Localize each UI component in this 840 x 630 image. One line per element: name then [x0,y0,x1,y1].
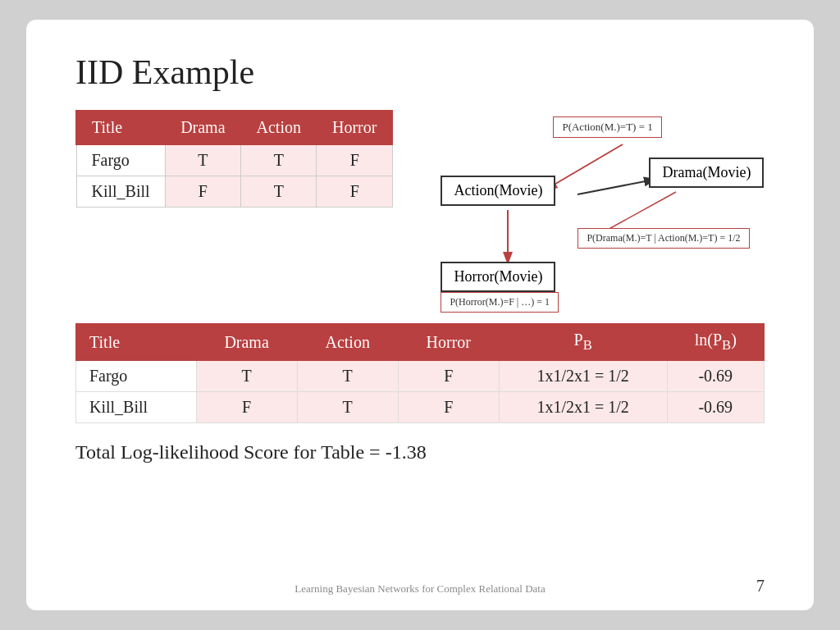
table1-cell-action-1: T [241,144,317,176]
top-content-row: Title Drama Action Horror Fargo T T F Ki… [75,110,765,307]
table1-row-killbill: Kill_Bill F T F [76,176,392,208]
table2-header-pb: PB [499,324,667,361]
node-drama: Drama(Movie) [649,158,764,188]
slide-title: IID Example [75,52,765,92]
table1-cell-drama-1: T [165,144,240,176]
table2-cell-lnpb-2: -0.69 [667,392,764,423]
table1-row-fargo: Fargo T T F [76,144,392,176]
table2-cell-pb-1: 1x1/2x1 = 1/2 [499,361,667,392]
table2-header-horror: Horror [398,324,499,361]
page-number: 7 [756,577,765,596]
table1-cell-title-2: Kill_Bill [76,176,165,208]
prob-label-drama-given-action: P(Drama(M.)=T | Action(M.)=T) = 1/2 [578,228,749,249]
prob-label-action: P(Action(M.)=T) = 1 [553,116,661,138]
table1-cell-horror-2: F [317,176,392,208]
svg-line-0 [547,144,623,189]
table1: Title Drama Action Horror Fargo T T F Ki… [75,110,393,208]
node-horror: Horror(Movie) [441,262,555,292]
table2: Title Drama Action Horror PB ln(PB) Farg… [75,323,765,423]
table1-header-action: Action [241,111,317,144]
node-action: Action(Movie) [441,176,555,206]
table1-cell-drama-2: F [165,176,240,208]
table2-header-title: Title [76,324,197,361]
footer-label: Learning Bayesian Networks for Complex R… [294,582,545,596]
table2-cell-horror-2: F [398,392,499,423]
table2-header-lnpb: ln(PB) [667,324,764,361]
footer: Learning Bayesian Networks for Complex R… [26,582,814,596]
table2-cell-action-2: T [297,392,398,423]
table2-cell-drama-2: F [196,392,297,423]
table2-row-fargo: Fargo T T F 1x1/2x1 = 1/2 -0.69 [76,361,765,392]
table2-cell-lnpb-1: -0.69 [667,361,764,392]
prob-label-horror: P(Horror(M.)=F | …) = 1 [441,292,559,313]
table1-header-horror: Horror [317,111,392,144]
table2-header-action: Action [297,324,398,361]
svg-line-1 [578,180,654,194]
table2-cell-horror-1: F [398,361,499,392]
table2-cell-title-2: Kill_Bill [76,392,197,423]
table1-cell-horror-1: F [317,144,392,176]
table1-header-drama: Drama [165,111,240,144]
table1-cell-title-1: Fargo [76,144,165,176]
table1-cell-action-2: T [241,176,317,208]
table2-cell-action-1: T [297,361,398,392]
bayesian-diagram: P(Action(M.)=T) = 1 Action(Movie) Drama(… [426,110,765,307]
table2-wrapper: Title Drama Action Horror PB ln(PB) Farg… [75,323,765,423]
table1-header-title: Title [76,111,165,144]
table2-cell-pb-2: 1x1/2x1 = 1/2 [499,392,667,423]
table2-cell-drama-1: T [196,361,297,392]
total-score-text: Total Log-likelihood Score for Table = -… [75,441,765,463]
table2-cell-title-1: Fargo [76,361,197,392]
table2-header-drama: Drama [196,324,297,361]
slide: IID Example Title Drama Action Horror Fa… [26,20,814,610]
table2-row-killbill: Kill_Bill F T F 1x1/2x1 = 1/2 -0.69 [76,392,765,423]
